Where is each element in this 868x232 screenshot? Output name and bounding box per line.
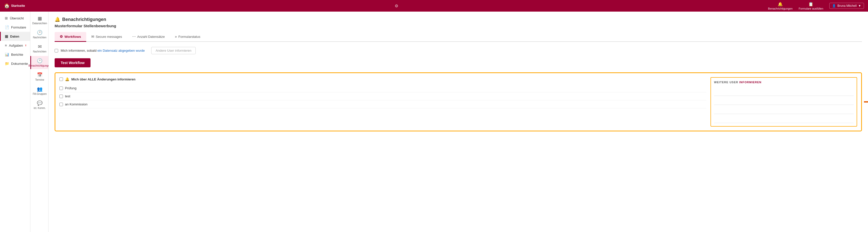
- tab-anzahl[interactable]: ⋯ Anzahl Datensätze: [127, 32, 170, 42]
- page-header: 🔔 Benachrichtigungen: [55, 17, 862, 22]
- workflow-list: 🔔 Mich über ALLE Änderungen informieren …: [59, 77, 707, 126]
- info-panel-header: WEITERE USER INFORMIEREN: [714, 81, 854, 84]
- tab-workflows-label: Workflows: [64, 35, 81, 39]
- sidebar-item-formulare[interactable]: 📄 Formulare: [0, 23, 30, 32]
- notify-all-label: Mich über ALLE Änderungen informieren: [71, 77, 135, 81]
- notify-checkbox[interactable]: [55, 49, 58, 52]
- tab-workflows-icon: ⚙: [60, 35, 63, 39]
- main-layout: ⊞ Übersicht 📄 Formulare ▦ Daten ≡ Aufgab…: [0, 11, 868, 232]
- workflow-area: 🔔 Mich über ALLE Änderungen informieren …: [55, 73, 861, 130]
- sidebar-item-aufgaben[interactable]: ≡ Aufgaben: [0, 41, 30, 50]
- sidebar-item-berichte[interactable]: 📊 Berichte: [0, 50, 30, 59]
- notify-all-checkbox[interactable]: [59, 77, 63, 81]
- sidebar-item-daten[interactable]: ▦ Daten: [0, 32, 30, 41]
- notify-link[interactable]: ein Datensatz abgegeben wurde: [97, 49, 145, 52]
- tabs-bar: ⚙ Workflows ✉ Secure messages ⋯ Anzahl D…: [55, 32, 862, 42]
- tab-anzahl-icon: ⋯: [132, 35, 136, 39]
- mail-icon: ✉: [38, 44, 42, 49]
- sidebar-label-aufgaben: Aufgaben: [9, 44, 23, 47]
- icon-item-nachrichten2[interactable]: 🕐 Nachrichten: [30, 28, 48, 41]
- bell-small-icon: 🔔: [65, 77, 69, 81]
- page-title: Benachrichtigungen: [62, 17, 106, 22]
- icon-item-benachrichtigungen[interactable]: 🕐 Benachrichtigungen: [30, 56, 48, 69]
- workflow-annotation-box: 🔔 Mich über ALLE Änderungen informieren …: [55, 72, 862, 131]
- settings-icon[interactable]: ⚙: [395, 3, 398, 8]
- notify-checkbox-row: Mich informieren, sobald ein Datensatz a…: [55, 47, 862, 54]
- notify-checkbox-label: Mich informieren, sobald ein Datensatz a…: [61, 49, 145, 52]
- icon-item-int-komm[interactable]: 💬 int. Komm.: [30, 98, 48, 112]
- icon-item-termine[interactable]: 📅 Termine: [30, 70, 48, 83]
- sidebar-item-dokumente[interactable]: 📁 Dokumente: [0, 59, 30, 68]
- nachrichten-label: Nachrichten: [33, 50, 46, 53]
- fill-forms-button[interactable]: 📋 Formulare ausfüllen: [799, 2, 823, 10]
- tab-formularstatus[interactable]: » Formularstatus: [170, 32, 206, 42]
- page-subheader: Musterformular Stellenbewerbung: [55, 24, 862, 28]
- sidebar-label-uebersicht: Übersicht: [10, 16, 24, 20]
- tab-secure-label: Secure messages: [96, 35, 122, 39]
- icon-item-datansichten[interactable]: ▦ Datansichten: [30, 13, 48, 27]
- info-panel-row-2[interactable]: [714, 96, 854, 105]
- nav-center: ⚙: [395, 3, 398, 8]
- bell-icon: 🔔: [778, 2, 783, 7]
- tab-workflows[interactable]: ⚙ Workflows: [55, 32, 86, 42]
- nav-right-actions: 🔔 Benachrichtigungen 📋 Formulare ausfüll…: [768, 2, 864, 10]
- test-checkbox[interactable]: [59, 94, 63, 98]
- nachrichten2-label: Nachrichten: [33, 36, 46, 39]
- datansichten-label: Datansichten: [32, 22, 47, 25]
- arrow-container: [864, 100, 868, 104]
- icon-sidebar: ▦ Datansichten 🕐 Nachrichten ✉ Nachricht…: [30, 11, 49, 232]
- an-kommission-label: an Kommission: [65, 102, 88, 106]
- sidebar-label-dokumente: Dokumente: [11, 62, 28, 66]
- chat-icon: 💬: [37, 100, 42, 106]
- folder-icon: 📁: [5, 62, 9, 66]
- home-button[interactable]: 🏠 Startseite: [4, 3, 25, 9]
- int-komm-label: int. Komm.: [34, 107, 46, 110]
- tasks-icon: ≡: [5, 43, 7, 47]
- icon-item-nachrichten[interactable]: ✉ Nachrichten: [30, 42, 48, 55]
- an-kommission-checkbox[interactable]: [59, 103, 63, 106]
- tab-formularstatus-icon: »: [175, 35, 177, 39]
- workflow-button[interactable]: Test Workflow: [55, 58, 91, 67]
- sidebar-label-berichte: Berichte: [11, 53, 23, 56]
- sidebar-label-formulare: Formulare: [11, 26, 26, 29]
- chart-icon: 📊: [5, 52, 9, 56]
- home-icon: 🏠: [4, 3, 10, 9]
- sidebar-label-daten: Daten: [10, 35, 19, 38]
- user-icon: 👤: [832, 4, 836, 7]
- datansichten-icon: ▦: [38, 15, 42, 21]
- fill-gruppen-label: Fill-Gruppen: [33, 92, 46, 95]
- arrow-shape: [864, 100, 868, 104]
- grid-icon: ⊞: [5, 16, 8, 20]
- sidebar-item-uebersicht[interactable]: ⊞ Übersicht: [0, 13, 30, 23]
- info-panel: WEITERE USER INFORMIEREN: [711, 77, 857, 126]
- tab-formularstatus-label: Formularstatus: [178, 35, 200, 39]
- fill-forms-label: Formulare ausfüllen: [799, 7, 823, 10]
- icon-item-fill-gruppen[interactable]: 👥 Fill-Gruppen: [30, 84, 48, 98]
- list-item-test: test: [59, 92, 707, 100]
- workflow-list-header: 🔔 Mich über ALLE Änderungen informieren: [59, 77, 707, 81]
- doc-icon: 📄: [5, 25, 9, 29]
- tab-secure-messages[interactable]: ✉ Secure messages: [86, 32, 127, 42]
- list-item-an-kommission: an Kommission: [59, 100, 707, 108]
- user-menu-button[interactable]: 👤 Bruna Mitchell ▼: [829, 3, 864, 9]
- pruefung-label: Prüfung: [65, 86, 76, 90]
- info-panel-row-4[interactable]: [714, 114, 854, 123]
- info-panel-row-1[interactable]: [714, 87, 854, 96]
- home-label: Startseite: [11, 4, 25, 7]
- termine-label: Termine: [35, 78, 44, 81]
- top-nav: 🏠 Startseite ⚙ 🔔 Benachrichtigungen 📋 Fo…: [0, 0, 868, 11]
- user-name: Bruna Mitchell: [837, 4, 857, 7]
- tab-anzahl-label: Anzahl Datensätze: [137, 35, 165, 39]
- info-panel-row-3[interactable]: [714, 105, 854, 114]
- tab-secure-icon: ✉: [91, 35, 94, 39]
- chevron-down-icon: ▼: [858, 4, 861, 7]
- inform-others-button[interactable]: Andere User informieren: [151, 47, 196, 54]
- pruefung-checkbox[interactable]: [59, 86, 63, 90]
- annotation-container: Mitarbeiter/Gruppe über den vergebenen S…: [864, 94, 868, 110]
- alarm-icon: 🕐: [37, 58, 42, 64]
- benachrichtigungen-label: Benachrichtigungen: [29, 64, 51, 67]
- group-icon: 👥: [37, 86, 42, 92]
- aufgaben-badge: [26, 44, 26, 46]
- notifications-button[interactable]: 🔔 Benachrichtigungen: [768, 2, 793, 10]
- clock-icon: 🕐: [37, 30, 42, 35]
